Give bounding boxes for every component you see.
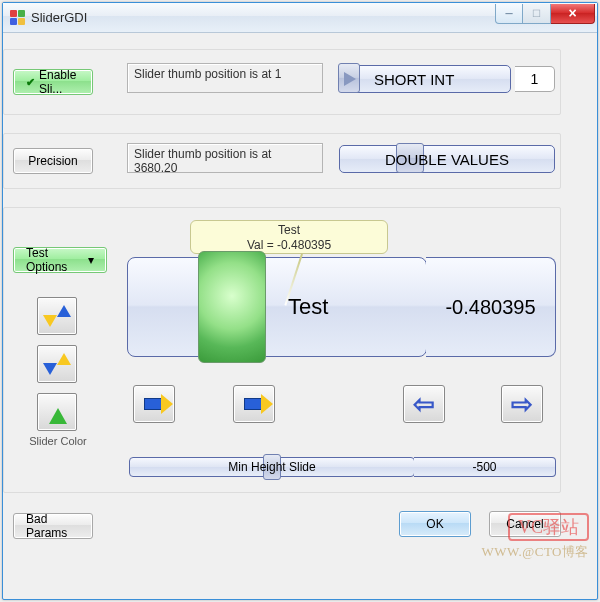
close-button[interactable]: × [551, 4, 595, 24]
precision-label: Precision [28, 154, 77, 168]
test-label: Test [288, 294, 328, 320]
minheight-value: -500 [414, 460, 555, 474]
test-options-button[interactable]: Test Options ▾ [13, 247, 107, 273]
double-status: Slider thumb position is at 3680.20 [127, 143, 323, 173]
arrows-yellow-blue-button[interactable] [37, 297, 77, 335]
shortint-slider[interactable]: SHORT INT [339, 65, 511, 93]
minheight-value-pane: -500 [414, 457, 556, 477]
watermark-line2: WWW.@CTO博客 [481, 543, 589, 561]
cancel-label: Cancel [506, 517, 543, 531]
test-slider[interactable]: Test Val = -0.480395 Test [127, 257, 427, 357]
bad-params-label: Bad Params [26, 512, 80, 540]
shortint-status: Slider thumb position is at 1 [127, 63, 323, 93]
window: SliderGDI ─ ☐ × ✔ Enable Sli... Slider t… [2, 2, 598, 600]
test-tooltip: Test Val = -0.480395 [190, 220, 388, 254]
ok-button[interactable]: OK [399, 511, 471, 537]
arrow-up-green-icon [45, 399, 69, 425]
slider-color-button[interactable] [37, 393, 77, 431]
shortint-label: SHORT INT [374, 71, 454, 88]
nav-left-button[interactable]: ⇦ [403, 385, 445, 423]
nav-right-yellow-button-2[interactable] [233, 385, 275, 423]
shortint-value: 1 [515, 66, 555, 92]
titlebar[interactable]: SliderGDI ─ ☐ × [3, 3, 597, 33]
arrows-up-down-icon [45, 351, 69, 377]
slider-color-caption: Slider Color [23, 435, 93, 447]
arrows-blue-yellow-button[interactable] [37, 345, 77, 383]
cancel-button[interactable]: Cancel [489, 511, 561, 537]
tooltip-title: Test [191, 223, 387, 238]
bad-params-button[interactable]: Bad Params [13, 513, 93, 539]
enable-sliders-label: Enable Sli... [39, 68, 80, 96]
window-title: SliderGDI [31, 10, 495, 25]
arrow-right-colored-icon [144, 398, 164, 410]
minimize-button[interactable]: ─ [495, 4, 523, 24]
test-value: -0.480395 [445, 296, 535, 319]
ok-label: OK [426, 517, 443, 531]
double-slider[interactable]: DOUBLE VALUES [339, 145, 555, 173]
shortint-thumb[interactable] [338, 63, 360, 93]
test-thumb[interactable] [198, 251, 266, 363]
thumb-triangle-icon [339, 64, 361, 94]
test-value-pane: -0.480395 [426, 257, 556, 357]
minheight-label: Min Height Slide [130, 460, 414, 474]
test-options-label: Test Options [26, 246, 82, 274]
maximize-button[interactable]: ☐ [523, 4, 551, 24]
minheight-slider[interactable]: Min Height Slide [129, 457, 415, 477]
nav-right-button[interactable]: ⇨ [501, 385, 543, 423]
enable-sliders-button[interactable]: ✔ Enable Sli... [13, 69, 93, 95]
svg-marker-0 [344, 72, 356, 86]
arrow-right-icon: ⇨ [511, 391, 533, 417]
arrows-down-up-icon [45, 303, 69, 329]
checkmark-icon: ✔ [26, 76, 35, 88]
arrow-right-colored-icon [244, 398, 264, 410]
nav-right-yellow-button-1[interactable] [133, 385, 175, 423]
arrow-left-icon: ⇦ [413, 391, 435, 417]
precision-button[interactable]: Precision [13, 148, 93, 174]
chevron-down-icon: ▾ [88, 253, 94, 267]
double-label: DOUBLE VALUES [340, 151, 554, 168]
app-icon [9, 10, 25, 26]
